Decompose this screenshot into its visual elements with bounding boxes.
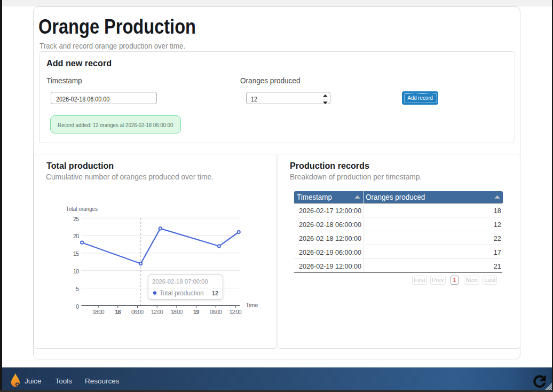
svg-text:5: 5 (76, 286, 79, 292)
svg-text:25: 25 (73, 216, 79, 222)
svg-text:18: 18 (115, 309, 121, 315)
svg-text:12:00: 12:00 (151, 309, 163, 315)
svg-text:15: 15 (73, 250, 79, 257)
svg-text:20: 20 (73, 233, 79, 239)
svg-text:18:00: 18:00 (171, 309, 183, 315)
svg-text:10: 10 (73, 268, 79, 275)
svg-text:06:00: 06:00 (131, 309, 144, 315)
svg-text:19: 19 (193, 309, 200, 315)
svg-text:Time: Time (246, 302, 258, 308)
svg-text:06:00: 06:00 (210, 309, 222, 315)
svg-text:Total oranges: Total oranges (66, 206, 98, 212)
svg-text:0: 0 (76, 303, 79, 310)
svg-text:18:00: 18:00 (92, 309, 105, 315)
svg-text:12:00: 12:00 (230, 309, 242, 315)
